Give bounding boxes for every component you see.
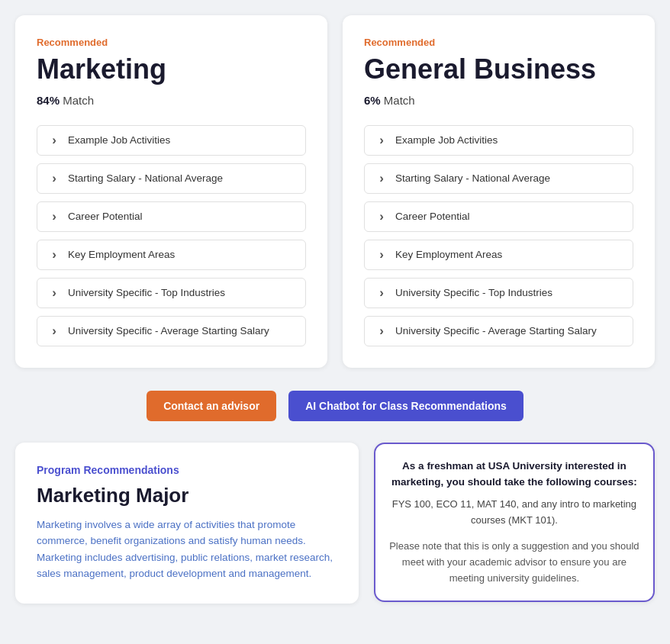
card-match-marketing: 84% Match — [37, 94, 306, 107]
accordion-item-career-potential-2[interactable]: Career Potential — [364, 201, 633, 232]
card-title-marketing: Marketing — [37, 54, 306, 85]
accordion-item-key-employment-2[interactable]: Key Employment Areas — [364, 240, 633, 270]
chevron-icon-job-activities-1 — [48, 134, 60, 147]
ai-tooltip-box: As a freshman at USA University interest… — [374, 443, 655, 602]
contact-advisor-button[interactable]: Contact an advisor — [147, 391, 276, 421]
chevron-icon-salary-avg-1 — [48, 172, 60, 185]
accordion-item-career-potential-1[interactable]: Career Potential — [37, 201, 306, 232]
chevron-icon-top-industries-2 — [375, 287, 388, 299]
card-match-general-business: 6% Match — [364, 94, 633, 107]
main-container: Recommended Marketing 84% Match Example … — [0, 0, 670, 619]
accordion-item-top-industries-1[interactable]: University Specific - Top Industries — [37, 278, 306, 308]
ai-chatbot-button[interactable]: AI Chatbot for Class Recommendations — [288, 391, 523, 421]
accordion-item-top-industries-2[interactable]: University Specific - Top Industries — [364, 278, 633, 308]
bottom-section: Program Recommendations Marketing Major … — [15, 443, 655, 604]
accordion-item-salary-avg-1[interactable]: Starting Salary - National Average — [37, 163, 306, 194]
chevron-icon-career-potential-2 — [375, 211, 388, 223]
chevron-icon-avg-starting-salary-2 — [375, 325, 388, 337]
accordion-item-job-activities-1[interactable]: Example Job Activities — [37, 125, 306, 156]
accordion-label-career-potential-2: Career Potential — [395, 211, 470, 222]
program-label: Program Recommendations — [37, 464, 337, 476]
chevron-icon-career-potential-1 — [48, 211, 60, 223]
chevron-icon-salary-avg-2 — [375, 172, 388, 185]
accordion-label-salary-avg-1: Starting Salary - National Average — [68, 172, 223, 184]
chevron-icon-avg-starting-salary-1 — [48, 325, 60, 337]
chevron-icon-top-industries-1 — [48, 287, 60, 299]
ai-tooltip-note: Please note that this is only a suggesti… — [389, 539, 639, 586]
accordion-label-career-potential-1: Career Potential — [68, 211, 143, 222]
accordion-item-key-employment-1[interactable]: Key Employment Areas — [37, 240, 306, 270]
program-card: Program Recommendations Marketing Major … — [15, 443, 359, 604]
buttons-row: Contact an advisor AI Chatbot for Class … — [15, 391, 655, 421]
accordion-list-general-business: Example Job Activities Starting Salary -… — [364, 125, 633, 346]
chevron-icon-key-employment-1 — [48, 249, 60, 261]
accordion-label-job-activities-2: Example Job Activities — [395, 134, 498, 146]
accordion-item-avg-starting-salary-2[interactable]: University Specific - Average Starting S… — [364, 316, 633, 346]
accordion-label-salary-avg-2: Starting Salary - National Average — [395, 172, 550, 184]
cards-row: Recommended Marketing 84% Match Example … — [15, 15, 655, 368]
accordion-label-top-industries-2: University Specific - Top Industries — [395, 287, 552, 298]
accordion-item-job-activities-2[interactable]: Example Job Activities — [364, 125, 633, 156]
ai-tooltip-courses: FYS 100, ECO 11, MAT 140, and any intro … — [389, 497, 639, 529]
card-marketing: Recommended Marketing 84% Match Example … — [15, 15, 327, 368]
accordion-label-top-industries-1: University Specific - Top Industries — [68, 287, 225, 298]
card-recommended-general-business: Recommended — [364, 37, 633, 48]
card-recommended-marketing: Recommended — [37, 37, 306, 48]
accordion-item-avg-starting-salary-1[interactable]: University Specific - Average Starting S… — [37, 316, 306, 346]
accordion-label-key-employment-2: Key Employment Areas — [395, 249, 502, 260]
program-description: Marketing involves a wide array of activ… — [37, 517, 337, 582]
chevron-icon-job-activities-2 — [375, 134, 388, 147]
card-general-business: Recommended General Business 6% Match Ex… — [343, 15, 655, 368]
program-title: Marketing Major — [37, 484, 337, 507]
accordion-label-avg-starting-salary-2: University Specific - Average Starting S… — [395, 325, 597, 336]
ai-tooltip-heading: As a freshman at USA University interest… — [389, 458, 639, 491]
chevron-icon-key-employment-2 — [375, 249, 388, 261]
card-title-general-business: General Business — [364, 54, 633, 85]
accordion-item-salary-avg-2[interactable]: Starting Salary - National Average — [364, 163, 633, 194]
accordion-list-marketing: Example Job Activities Starting Salary -… — [37, 125, 306, 346]
accordion-label-job-activities-1: Example Job Activities — [68, 134, 170, 146]
accordion-label-key-employment-1: Key Employment Areas — [68, 249, 175, 260]
accordion-label-avg-starting-salary-1: University Specific - Average Starting S… — [68, 325, 269, 336]
